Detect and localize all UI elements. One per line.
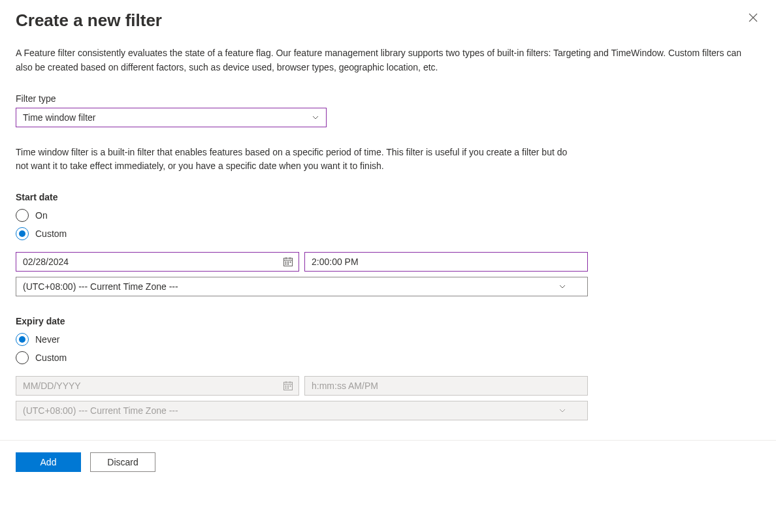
start-timezone-value: (UTC+08:00) --- Current Time Zone ---: [23, 281, 558, 292]
expiry-date-label: Expiry date: [16, 316, 760, 326]
panel-description: A Feature filter consistently evaluates …: [16, 46, 760, 74]
radio-icon: [16, 333, 29, 346]
svg-rect-6: [290, 261, 291, 262]
svg-rect-16: [285, 387, 287, 388]
radio-icon: [16, 227, 29, 240]
page-title: Create a new filter: [16, 10, 162, 31]
svg-rect-7: [285, 263, 287, 264]
chevron-down-icon: [558, 283, 566, 290]
radio-label-custom: Custom: [35, 352, 67, 363]
discard-button[interactable]: Discard: [90, 452, 155, 472]
start-time-value: 2:00:00 PM: [312, 257, 581, 267]
svg-rect-17: [287, 387, 289, 388]
expiry-date-radio-never[interactable]: Never: [16, 333, 760, 346]
start-date-radio-group: On Custom: [16, 209, 760, 240]
expiry-timezone-value: (UTC+08:00) --- Current Time Zone ---: [23, 405, 558, 416]
calendar-icon: [283, 257, 293, 267]
expiry-time-placeholder: h:mm:ss AM/PM: [312, 381, 581, 391]
svg-rect-4: [285, 261, 287, 262]
start-date-radio-on[interactable]: On: [16, 209, 760, 222]
filter-type-label: Filter type: [16, 93, 760, 104]
radio-label-never: Never: [35, 334, 59, 345]
radio-label-custom: Custom: [35, 228, 67, 239]
filter-type-selected: Time window filter: [23, 112, 305, 123]
svg-rect-8: [287, 263, 289, 264]
start-date-input[interactable]: 02/28/2024: [16, 252, 299, 272]
start-timezone-dropdown[interactable]: (UTC+08:00) --- Current Time Zone ---: [16, 277, 588, 296]
start-date-label: Start date: [16, 192, 760, 202]
radio-icon: [16, 209, 29, 222]
start-date-radio-custom[interactable]: Custom: [16, 227, 760, 240]
expiry-date-radio-custom[interactable]: Custom: [16, 351, 760, 364]
calendar-icon: [283, 381, 293, 391]
expiry-date-input: MM/DD/YYYY: [16, 376, 299, 396]
chevron-down-icon: [558, 407, 566, 415]
expiry-time-input: h:mm:ss AM/PM: [304, 376, 588, 396]
start-time-input[interactable]: 2:00:00 PM: [304, 252, 588, 272]
expiry-date-radio-group: Never Custom: [16, 333, 760, 364]
radio-icon: [16, 351, 29, 364]
close-button[interactable]: [746, 10, 760, 27]
chevron-down-icon: [312, 114, 319, 121]
start-date-value: 02/28/2024: [23, 257, 278, 267]
expiry-timezone-dropdown: (UTC+08:00) --- Current Time Zone ---: [16, 401, 588, 420]
svg-rect-5: [287, 261, 289, 262]
filter-type-description: Time window filter is a built-in filter …: [16, 146, 577, 174]
svg-rect-15: [290, 385, 291, 386]
close-icon: [749, 13, 758, 24]
svg-rect-14: [287, 385, 289, 386]
add-button[interactable]: Add: [16, 452, 81, 472]
filter-type-dropdown[interactable]: Time window filter: [16, 108, 327, 127]
radio-label-on: On: [35, 210, 48, 221]
expiry-date-placeholder: MM/DD/YYYY: [23, 381, 278, 391]
svg-rect-13: [285, 385, 287, 386]
